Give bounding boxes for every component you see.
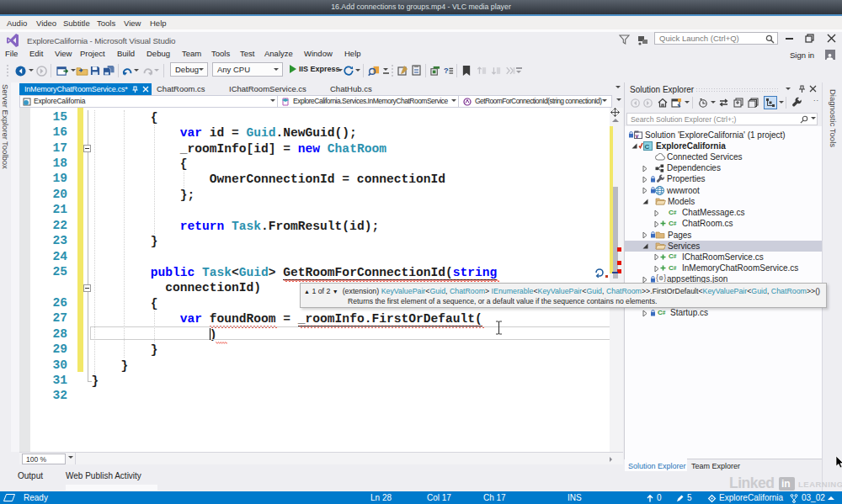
svg-text:C: C xyxy=(645,143,650,151)
svg-text:v: v xyxy=(636,133,639,139)
svg-text:?: ? xyxy=(444,66,449,75)
